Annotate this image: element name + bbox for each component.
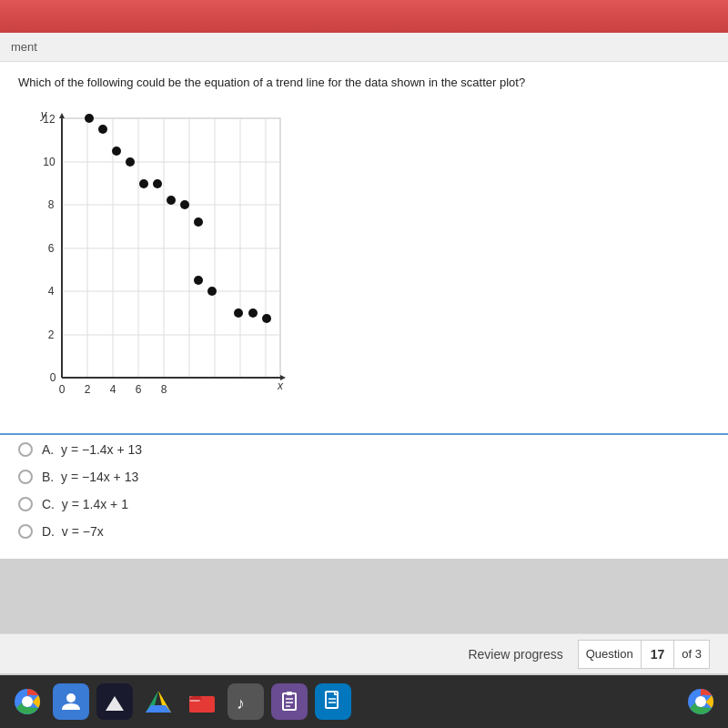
taskbar-drive-icon[interactable] xyxy=(140,683,177,720)
question-number: 17 xyxy=(641,641,675,668)
svg-text:2: 2 xyxy=(85,383,91,396)
svg-point-34 xyxy=(22,696,33,707)
data-point xyxy=(167,196,176,205)
taskbar-user-icon[interactable] xyxy=(53,683,89,720)
svg-text:6: 6 xyxy=(48,242,55,255)
taskbar-chrome-icon[interactable] xyxy=(682,683,719,720)
data-point xyxy=(112,147,121,156)
taskbar-browser-icon[interactable] xyxy=(9,683,46,720)
data-point xyxy=(98,125,107,134)
chart-container: 0 2 4 6 8 x 0 2 4 6 8 10 12 y xyxy=(25,109,289,410)
svg-text:0: 0 xyxy=(50,371,56,384)
scatter-plot: 0 2 4 6 8 x 0 2 4 6 8 10 12 y xyxy=(25,109,289,410)
data-point xyxy=(207,287,217,296)
choice-d[interactable]: D. v = −7x xyxy=(18,524,710,539)
review-progress-button[interactable]: Review progress xyxy=(453,642,577,667)
data-point xyxy=(234,308,243,318)
taskbar-folder-icon[interactable] xyxy=(184,683,220,720)
nav-bar: ment xyxy=(0,33,728,62)
svg-text:2: 2 xyxy=(48,329,55,341)
svg-text:8: 8 xyxy=(161,383,167,396)
svg-rect-43 xyxy=(283,693,296,710)
radio-c[interactable] xyxy=(18,497,33,511)
taskbar: ♪ xyxy=(0,675,728,728)
svg-text:8: 8 xyxy=(48,198,55,211)
choice-b[interactable]: B. y = −14x + 13 xyxy=(18,470,710,484)
svg-text:10: 10 xyxy=(43,156,56,168)
data-point xyxy=(139,179,148,188)
question-of: of 3 xyxy=(674,647,709,661)
question-nav: Question 17 of 3 xyxy=(578,640,710,669)
data-point xyxy=(194,276,203,285)
choices-area: A. y = −1.4x + 13 B. y = −14x + 13 C. y … xyxy=(0,435,728,559)
svg-point-53 xyxy=(695,696,706,707)
svg-text:0: 0 xyxy=(59,383,66,396)
taskbar-clipboard-icon[interactable] xyxy=(271,683,308,720)
svg-point-35 xyxy=(66,693,76,703)
nav-text: ment xyxy=(11,40,37,54)
data-point xyxy=(180,200,189,209)
question-area: Which of the following could be the equa… xyxy=(0,62,728,435)
choice-d-label: D. v = −7x xyxy=(42,524,104,539)
bottom-bar: Review progress Question 17 of 3 xyxy=(0,633,728,673)
choice-c-label: C. y = 1.4x + 1 xyxy=(42,497,128,511)
svg-text:6: 6 xyxy=(136,383,142,396)
taskbar-document-icon[interactable] xyxy=(315,683,351,720)
y-axis-arrow xyxy=(59,113,65,118)
svg-rect-44 xyxy=(287,692,292,695)
svg-text:4: 4 xyxy=(48,285,55,298)
svg-text:4: 4 xyxy=(110,383,116,396)
top-bar xyxy=(0,0,728,33)
svg-marker-36 xyxy=(106,696,124,711)
question-text: Which of the following could be the equa… xyxy=(18,75,710,91)
taskbar-music-icon[interactable]: ♪ xyxy=(228,683,264,720)
radio-a[interactable] xyxy=(18,442,33,457)
data-point xyxy=(126,157,135,167)
svg-text:x: x xyxy=(277,379,284,392)
radio-d[interactable] xyxy=(18,524,33,539)
data-point xyxy=(262,314,271,323)
data-point xyxy=(153,179,162,188)
choice-a[interactable]: A. y = −1.4x + 13 xyxy=(18,442,710,457)
choice-a-label: A. y = −1.4x + 13 xyxy=(42,442,142,457)
data-point xyxy=(85,114,94,123)
choice-b-label: B. y = −14x + 13 xyxy=(42,470,138,484)
data-point xyxy=(248,308,258,318)
question-label: Question xyxy=(579,647,641,661)
svg-text:♪: ♪ xyxy=(237,694,245,713)
data-point xyxy=(194,217,203,227)
radio-b[interactable] xyxy=(18,470,33,484)
taskbar-files-icon[interactable] xyxy=(96,683,133,720)
choice-c[interactable]: C. y = 1.4x + 1 xyxy=(18,497,710,511)
